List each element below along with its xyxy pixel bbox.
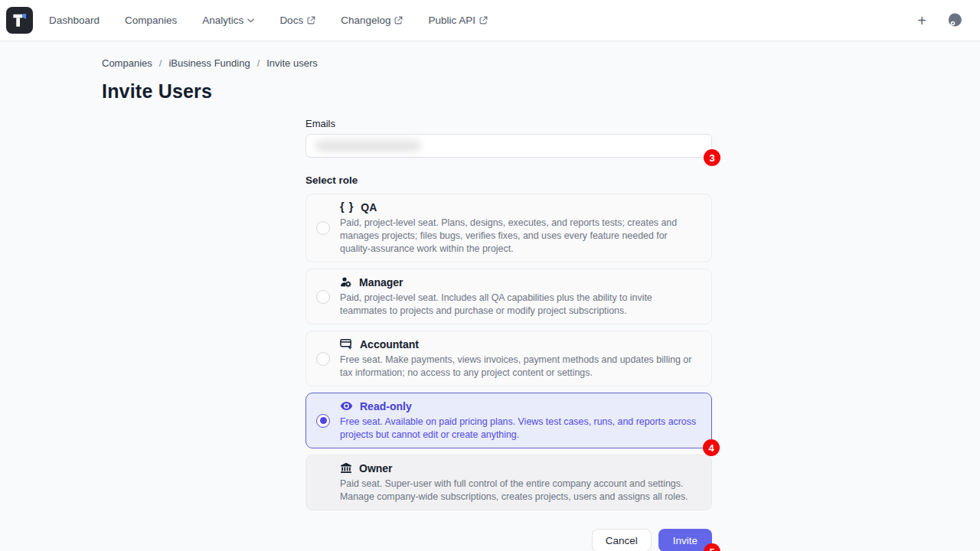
role-radio-manager[interactable] xyxy=(316,290,330,304)
eye-icon xyxy=(340,401,353,411)
role-description: Paid, project-level seat. Plans, designs… xyxy=(340,217,699,256)
breadcrumb-invite-users[interactable]: Invite users xyxy=(266,57,317,69)
nav-item-docs[interactable]: Docs xyxy=(279,15,315,26)
radio-dot xyxy=(320,417,327,424)
breadcrumb-separator: / xyxy=(257,57,260,69)
braces-icon: { } xyxy=(340,201,354,213)
breadcrumb-companies[interactable]: Companies xyxy=(102,57,152,69)
role-header: Manager xyxy=(340,276,699,289)
chevron-down-icon xyxy=(247,18,254,23)
role-body: Owner Paid seat. Super-user with full co… xyxy=(340,461,699,504)
role-description: Paid seat. Super-user with full control … xyxy=(340,478,699,504)
role-name: Owner xyxy=(359,462,393,474)
invite-form: Emails 3 Select role { } QA Paid, projec… xyxy=(305,118,712,551)
role-card-read-only[interactable]: Read-only Free seat. Available on paid p… xyxy=(305,393,712,448)
nav-label: Dashboard xyxy=(49,15,100,26)
annotation-badge-3: 3 xyxy=(704,149,720,166)
role-body: Accountant Free seat. Make payments, vie… xyxy=(340,337,699,380)
annotation-badge-5: 5 xyxy=(704,543,720,551)
radio-column xyxy=(306,414,340,428)
external-link-icon xyxy=(307,16,315,24)
role-header: Owner xyxy=(340,461,699,474)
role-body: Manager Paid, project-level seat. Includ… xyxy=(340,276,699,318)
nav-item-companies[interactable]: Companies xyxy=(125,15,177,26)
emails-input-wrap: 3 xyxy=(305,134,712,158)
nav-item-changelog[interactable]: Changelog xyxy=(341,15,403,26)
redacted-email-value xyxy=(315,140,421,152)
nav-item-analytics[interactable]: Analytics xyxy=(202,15,254,26)
invite-button-wrap: Invite 5 xyxy=(658,529,712,551)
emails-label: Emails xyxy=(305,118,712,129)
topbar-right-actions: + xyxy=(917,12,963,28)
main-content: Companies / iBusiness Funding / Invite u… xyxy=(0,41,980,551)
credit-card-plus-icon xyxy=(340,338,353,350)
role-description: Paid, project-level seat. Includes all Q… xyxy=(340,292,699,318)
role-body: Read-only Free seat. Available on paid p… xyxy=(340,399,699,442)
role-description: Free seat. Make payments, views invoices… xyxy=(340,354,699,380)
user-gear-icon xyxy=(340,276,352,289)
role-radio-read-only[interactable] xyxy=(316,414,330,428)
role-card-owner: Owner Paid seat. Super-user with full co… xyxy=(305,455,712,510)
bank-icon xyxy=(340,462,352,474)
radio-column xyxy=(306,290,340,304)
role-name: Manager xyxy=(359,276,403,289)
logo-t-icon xyxy=(11,11,28,29)
nav-label: Companies xyxy=(125,15,177,26)
form-actions: Cancel Invite 5 xyxy=(305,529,712,551)
select-role-label: Select role xyxy=(305,174,712,186)
breadcrumb-company-name[interactable]: iBusiness Funding xyxy=(168,57,250,69)
role-header: { } QA xyxy=(340,201,699,214)
breadcrumb: Companies / iBusiness Funding / Invite u… xyxy=(102,57,980,69)
radio-column xyxy=(306,352,340,366)
cancel-button[interactable]: Cancel xyxy=(592,529,652,551)
breadcrumb-separator: / xyxy=(159,57,162,69)
emails-input[interactable] xyxy=(305,134,712,158)
role-header: Accountant xyxy=(340,337,699,350)
add-button[interactable]: + xyxy=(917,13,926,28)
role-radio-accountant[interactable] xyxy=(316,352,330,366)
role-card-accountant[interactable]: Accountant Free seat. Make payments, vie… xyxy=(305,331,712,386)
role-header: Read-only xyxy=(340,399,699,412)
role-name: Read-only xyxy=(360,400,412,412)
nav-label: Changelog xyxy=(341,15,390,26)
external-link-icon xyxy=(394,16,403,24)
role-name: QA xyxy=(361,201,377,214)
page-title: Invite Users xyxy=(102,80,980,103)
radio-column xyxy=(306,221,340,235)
role-description: Free seat. Available on paid pricing pla… xyxy=(340,416,699,442)
role-body: { } QA Paid, project-level seat. Plans, … xyxy=(340,201,699,256)
primary-nav: Dashboard Companies Analytics Docs Chang… xyxy=(49,15,488,26)
role-card-manager[interactable]: Manager Paid, project-level seat. Includ… xyxy=(305,269,712,324)
nav-label: Analytics xyxy=(202,15,243,26)
external-link-icon xyxy=(479,16,488,24)
nav-item-public-api[interactable]: Public API xyxy=(428,15,488,26)
annotation-badge-4: 4 xyxy=(703,439,720,456)
nav-label: Docs xyxy=(279,15,303,26)
role-card-qa[interactable]: { } QA Paid, project-level seat. Plans, … xyxy=(305,194,712,262)
top-navigation-bar: Dashboard Companies Analytics Docs Chang… xyxy=(0,0,980,41)
role-radio-qa[interactable] xyxy=(316,221,330,235)
nav-item-dashboard[interactable]: Dashboard xyxy=(49,15,100,26)
nav-label: Public API xyxy=(428,15,475,26)
role-name: Accountant xyxy=(360,338,419,350)
app-logo[interactable] xyxy=(6,7,33,34)
avatar[interactable] xyxy=(947,12,963,28)
